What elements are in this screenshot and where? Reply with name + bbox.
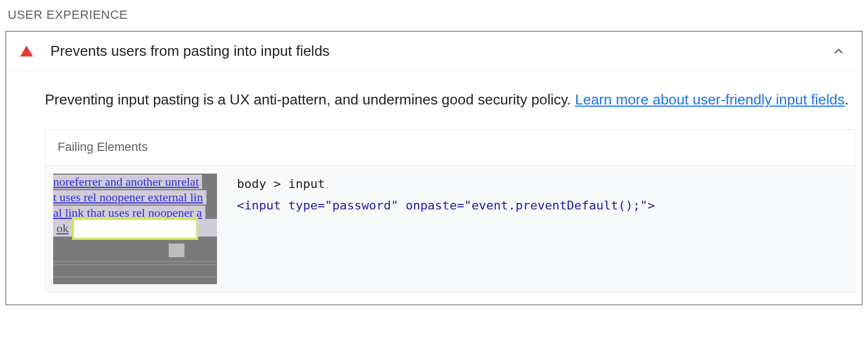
element-snippet: <input type="password" onpaste="event.pr…: [237, 198, 655, 212]
thumb-ok-label: ok: [56, 221, 69, 235]
thumb-broken-image-icon: [168, 243, 185, 258]
thumb-divider: [53, 261, 217, 265]
audit-description: Preventing input pasting is a UX anti-pa…: [45, 87, 855, 113]
period: .: [845, 91, 849, 108]
element-thumbnail: noreferrer and another unrelat t uses re…: [53, 174, 217, 284]
thumb-divider: [53, 276, 217, 278]
audit-description-text: Preventing input pasting is a UX anti-pa…: [45, 91, 575, 108]
learn-more-link[interactable]: Learn more about user-friendly input fie…: [575, 91, 845, 108]
failing-elements-panel: Failing Elements noreferrer and another …: [45, 129, 855, 292]
audit-card: Prevents users from pasting into input f…: [6, 31, 862, 305]
thumb-text-line: noreferrer and another unrelat: [53, 175, 202, 189]
failing-elements-header: Failing Elements: [45, 130, 855, 165]
element-code-column: body > input <input type="password" onpa…: [237, 174, 655, 212]
thumb-highlighted-input: [72, 218, 198, 240]
thumb-text-line: t uses rel noopener external lin: [53, 190, 206, 205]
chevron-up-icon: [831, 44, 846, 59]
failing-element-row: noreferrer and another unrelat t uses re…: [45, 165, 855, 292]
element-selector: body > input: [237, 177, 655, 191]
fail-triangle-icon: [18, 43, 35, 60]
audit-summary-row[interactable]: Prevents users from pasting into input f…: [6, 32, 862, 71]
audit-body: Preventing input pasting is a UX anti-pa…: [6, 71, 862, 305]
audit-title: Prevents users from pasting into input f…: [50, 43, 831, 60]
section-header: USER EXPERIENCE: [8, 8, 862, 22]
